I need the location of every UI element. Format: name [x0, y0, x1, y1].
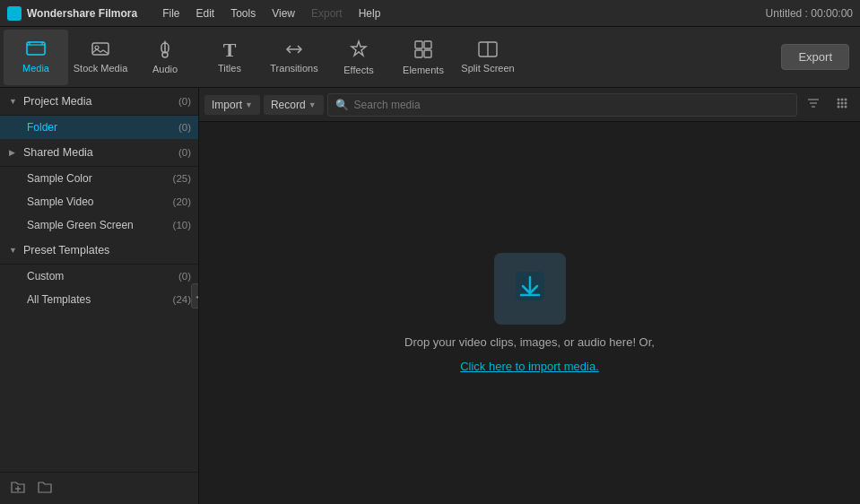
- audio-label: Audio: [152, 65, 178, 74]
- svg-rect-1: [92, 43, 109, 55]
- drop-icon-container: [494, 253, 566, 325]
- window-title: Untitled : 00:00:00: [766, 7, 853, 20]
- record-dropdown-arrow: ▼: [308, 100, 317, 109]
- import-dropdown-arrow: ▼: [245, 100, 253, 109]
- menu-bar: File Edit Tools View Export Help: [155, 4, 765, 22]
- sample-color-label: Sample Color: [27, 172, 173, 185]
- new-folder-button[interactable]: [34, 478, 56, 499]
- media-label: Media: [22, 64, 49, 74]
- sidebar-item-all-templates[interactable]: All Templates (24): [0, 288, 198, 311]
- menu-export: Export: [304, 4, 350, 22]
- sidebar-item-sample-video[interactable]: Sample Video (20): [0, 190, 198, 213]
- sample-green-screen-label: Sample Green Screen: [27, 219, 173, 231]
- tool-media[interactable]: Media: [4, 30, 68, 85]
- folder-label: Folder: [27, 121, 178, 134]
- search-box: 🔍: [327, 93, 797, 117]
- sidebar-collapse-button[interactable]: ◀: [191, 283, 199, 308]
- transitions-label: Transitions: [270, 64, 317, 74]
- tool-split-screen[interactable]: Split Screen: [456, 30, 520, 85]
- transitions-icon: [284, 41, 304, 60]
- preset-templates-label: Preset Templates: [23, 244, 191, 256]
- sidebar-item-folder[interactable]: Folder (0): [0, 116, 198, 139]
- project-media-label: Project Media: [23, 95, 178, 108]
- import-download-icon: [512, 268, 548, 309]
- drop-zone[interactable]: Drop your video clips, images, or audio …: [199, 122, 860, 504]
- record-label: Record: [271, 99, 306, 111]
- tool-transitions[interactable]: Transitions: [262, 30, 326, 85]
- custom-count: (0): [178, 271, 191, 282]
- menu-edit[interactable]: Edit: [188, 4, 222, 22]
- menu-file[interactable]: File: [155, 4, 187, 22]
- split-screen-icon: [478, 41, 498, 60]
- toolbar: Media Stock Media Audio T Titles Transit…: [0, 27, 860, 88]
- add-folder-button[interactable]: [7, 478, 29, 499]
- chevron-down-icon: ▼: [9, 97, 18, 106]
- tool-elements[interactable]: Elements: [391, 30, 456, 85]
- svg-point-24: [845, 106, 847, 109]
- svg-point-20: [841, 102, 844, 105]
- menu-tools[interactable]: Tools: [223, 4, 263, 22]
- main-area: ▼ Project Media (0) Folder (0) ▶ Shared …: [0, 88, 860, 504]
- menu-view[interactable]: View: [265, 4, 302, 22]
- drop-text: Drop your video clips, images, or audio …: [404, 335, 655, 349]
- import-link[interactable]: Click here to import media.: [460, 360, 599, 373]
- all-templates-label: All Templates: [27, 293, 173, 306]
- title-bar: Wondershare Filmora File Edit Tools View…: [0, 0, 860, 27]
- chevron-down-icon-2: ▼: [9, 246, 18, 255]
- svg-point-23: [841, 106, 844, 109]
- svg-point-22: [838, 106, 840, 109]
- stock-media-label: Stock Media: [74, 64, 128, 74]
- import-button[interactable]: Import ▼: [204, 95, 260, 115]
- collapse-icon: ◀: [195, 291, 199, 301]
- svg-point-21: [845, 102, 847, 105]
- sample-video-label: Sample Video: [27, 196, 173, 208]
- titles-label: Titles: [218, 64, 241, 74]
- filter-button[interactable]: [801, 92, 826, 117]
- svg-rect-6: [424, 41, 431, 48]
- section-project-media[interactable]: ▼ Project Media (0): [0, 88, 198, 116]
- content-toolbar: Import ▼ Record ▼ 🔍: [199, 88, 860, 122]
- section-preset-templates[interactable]: ▼ Preset Templates: [0, 237, 198, 265]
- svg-rect-8: [424, 50, 431, 57]
- search-icon: 🔍: [335, 99, 349, 111]
- shared-media-label: Shared Media: [23, 146, 178, 159]
- search-input[interactable]: [354, 99, 789, 111]
- export-button[interactable]: Export: [781, 44, 849, 70]
- tool-audio[interactable]: Audio: [133, 30, 197, 85]
- shared-media-count: (0): [178, 147, 191, 158]
- all-templates-count: (24): [173, 294, 191, 305]
- menu-help[interactable]: Help: [352, 4, 388, 22]
- sample-color-count: (25): [173, 173, 191, 184]
- import-label: Import: [212, 99, 242, 111]
- tool-titles[interactable]: T Titles: [197, 30, 262, 85]
- svg-rect-7: [415, 50, 422, 57]
- sample-video-count: (20): [173, 196, 191, 207]
- chevron-right-icon: ▶: [9, 148, 18, 157]
- sidebar: ▼ Project Media (0) Folder (0) ▶ Shared …: [0, 88, 199, 504]
- record-button[interactable]: Record ▼: [264, 95, 324, 115]
- app-name: Wondershare Filmora: [27, 7, 137, 20]
- media-icon: [26, 41, 46, 60]
- tool-effects[interactable]: Effects: [326, 30, 391, 85]
- svg-marker-4: [352, 41, 366, 56]
- sidebar-item-custom[interactable]: Custom (0): [0, 265, 198, 288]
- elements-label: Elements: [403, 65, 444, 75]
- effects-icon: [349, 39, 369, 62]
- app-logo: [7, 6, 22, 21]
- tool-stock-media[interactable]: Stock Media: [68, 30, 133, 85]
- grid-view-button[interactable]: [830, 92, 855, 117]
- sidebar-item-sample-green-screen[interactable]: Sample Green Screen (10): [0, 213, 198, 237]
- sidebar-bottom-bar: [0, 472, 198, 504]
- svg-point-19: [838, 102, 840, 105]
- section-shared-media[interactable]: ▶ Shared Media (0): [0, 139, 198, 167]
- custom-label: Custom: [27, 270, 178, 282]
- folder-count: (0): [178, 122, 191, 133]
- sidebar-item-sample-color[interactable]: Sample Color (25): [0, 167, 198, 190]
- sample-green-screen-count: (10): [173, 220, 191, 230]
- elements-icon: [413, 39, 433, 62]
- titles-icon: T: [223, 40, 237, 60]
- effects-label: Effects: [343, 65, 373, 75]
- audio-icon: [157, 40, 173, 61]
- svg-rect-5: [415, 41, 422, 48]
- svg-point-16: [838, 99, 840, 101]
